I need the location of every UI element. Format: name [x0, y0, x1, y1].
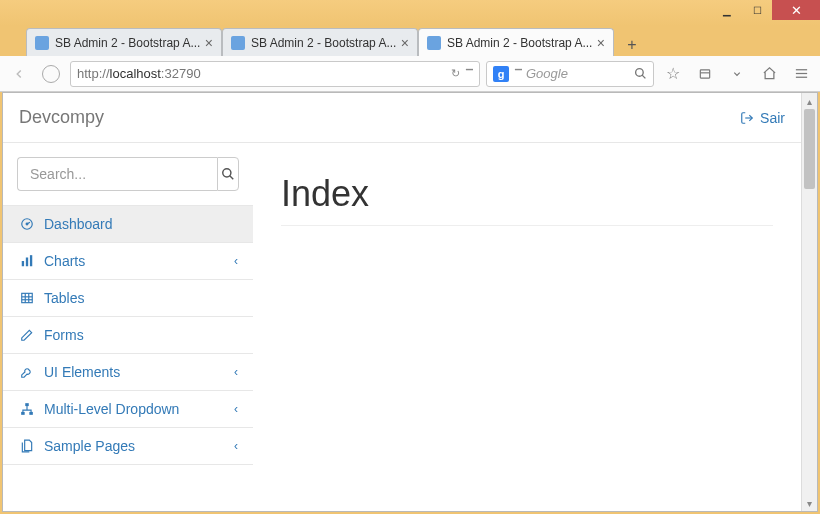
sidebar: Dashboard Charts ‹ Tables Forms — [3, 143, 253, 465]
downloads-button[interactable] — [724, 61, 750, 87]
dropdown-caret-icon: ▔ — [515, 69, 522, 79]
nav-label: Charts — [44, 253, 234, 269]
browser-search-input[interactable]: g ▔ Google — [486, 61, 654, 87]
tab-title: SB Admin 2 - Bootstrap A... — [251, 36, 397, 50]
scrollbar-thumb[interactable] — [804, 109, 815, 189]
nav-label: Multi-Level Dropdown — [44, 401, 234, 417]
nav-label: UI Elements — [44, 364, 234, 380]
tab-favicon-icon — [35, 36, 49, 50]
table-icon — [18, 291, 36, 305]
browser-tab[interactable]: SB Admin 2 - Bootstrap A... × — [222, 28, 418, 56]
search-icon — [221, 167, 235, 181]
tab-close-icon[interactable]: × — [597, 35, 605, 51]
sitemap-icon — [18, 402, 36, 416]
svg-point-11 — [26, 223, 28, 225]
edit-icon — [18, 328, 36, 342]
svg-point-8 — [223, 169, 231, 177]
logout-label: Sair — [760, 110, 785, 126]
wrench-icon — [18, 365, 36, 379]
sidebar-search-input[interactable] — [17, 157, 217, 191]
tab-favicon-icon — [231, 36, 245, 50]
url-toolbar: http://localhost:32790 ↻ ▔ g ▔ Google ☆ — [0, 56, 820, 92]
sidebar-item-multilevel[interactable]: Multi-Level Dropdown ‹ — [3, 391, 253, 427]
brand-title[interactable]: Devcompy — [19, 107, 104, 128]
url-host: localhost — [110, 66, 161, 81]
browser-tab-active[interactable]: SB Admin 2 - Bootstrap A... × — [418, 28, 614, 56]
identity-button[interactable] — [38, 61, 64, 87]
window-maximize-button[interactable]: ☐ — [742, 0, 772, 20]
home-button[interactable] — [756, 61, 782, 87]
sidebar-search-button[interactable] — [217, 157, 239, 191]
svg-rect-14 — [30, 255, 32, 266]
sidebar-item-sample-pages[interactable]: Sample Pages ‹ — [3, 428, 253, 464]
logout-link[interactable]: Sair — [740, 110, 785, 126]
svg-point-0 — [636, 69, 644, 77]
window-titlebar: ▁ ☐ ✕ — [0, 0, 820, 26]
new-tab-button[interactable]: + — [620, 34, 644, 56]
back-button[interactable] — [6, 61, 32, 87]
google-badge-icon: g — [493, 66, 509, 82]
sidebar-item-ui-elements[interactable]: UI Elements ‹ — [3, 354, 253, 390]
window-close-button[interactable]: ✕ — [772, 0, 820, 20]
search-icon[interactable] — [634, 67, 647, 80]
nav-label: Forms — [44, 327, 238, 343]
svg-rect-15 — [22, 293, 33, 302]
svg-rect-20 — [25, 403, 29, 406]
nav-label: Sample Pages — [44, 438, 234, 454]
scroll-down-icon[interactable]: ▾ — [802, 495, 817, 511]
sidebar-item-charts[interactable]: Charts ‹ — [3, 243, 253, 279]
svg-rect-13 — [26, 258, 28, 267]
vertical-scrollbar[interactable]: ▴ ▾ — [801, 93, 817, 511]
tab-favicon-icon — [427, 36, 441, 50]
tab-close-icon[interactable]: × — [205, 35, 213, 51]
library-button[interactable] — [692, 61, 718, 87]
sidebar-item-dashboard[interactable]: Dashboard — [3, 206, 253, 242]
svg-rect-12 — [22, 261, 24, 266]
reload-dropdown[interactable]: ↻ ▔ — [451, 67, 473, 80]
chevron-left-icon: ‹ — [234, 402, 238, 416]
svg-line-9 — [230, 176, 234, 180]
tab-strip: SB Admin 2 - Bootstrap A... × SB Admin 2… — [0, 26, 820, 56]
menu-button[interactable] — [788, 61, 814, 87]
chevron-left-icon: ‹ — [234, 365, 238, 379]
sidebar-item-tables[interactable]: Tables — [3, 280, 253, 316]
bar-chart-icon — [18, 254, 36, 268]
dashboard-icon — [18, 217, 36, 231]
main-content: Index — [253, 143, 801, 465]
nav-label: Dashboard — [44, 216, 238, 232]
tab-title: SB Admin 2 - Bootstrap A... — [447, 36, 593, 50]
tab-title: SB Admin 2 - Bootstrap A... — [55, 36, 201, 50]
url-input[interactable]: http://localhost:32790 ↻ ▔ — [70, 61, 480, 87]
url-port: :32790 — [161, 66, 201, 81]
browser-tab[interactable]: SB Admin 2 - Bootstrap A... × — [26, 28, 222, 56]
sidebar-search — [3, 143, 253, 205]
tab-close-icon[interactable]: × — [401, 35, 409, 51]
window-minimize-button[interactable]: ▁ — [712, 0, 742, 20]
globe-icon — [42, 65, 60, 83]
svg-rect-22 — [29, 412, 33, 415]
sidebar-item-forms[interactable]: Forms — [3, 317, 253, 353]
browser-viewport: Devcompy Sair Dashboard — [0, 92, 820, 514]
url-scheme: http:// — [77, 66, 110, 81]
chevron-left-icon: ‹ — [234, 439, 238, 453]
scroll-up-icon[interactable]: ▴ — [802, 93, 817, 109]
bookmark-star-button[interactable]: ☆ — [660, 61, 686, 87]
search-placeholder: Google — [526, 66, 568, 81]
app-navbar: Devcompy Sair — [3, 93, 801, 143]
chevron-left-icon: ‹ — [234, 254, 238, 268]
page-title: Index — [281, 173, 773, 226]
svg-line-1 — [642, 75, 645, 78]
svg-rect-2 — [700, 69, 709, 77]
sidebar-nav: Dashboard Charts ‹ Tables Forms — [3, 205, 253, 465]
svg-rect-21 — [21, 412, 25, 415]
sign-out-icon — [740, 111, 754, 125]
files-icon — [18, 439, 36, 453]
nav-label: Tables — [44, 290, 238, 306]
